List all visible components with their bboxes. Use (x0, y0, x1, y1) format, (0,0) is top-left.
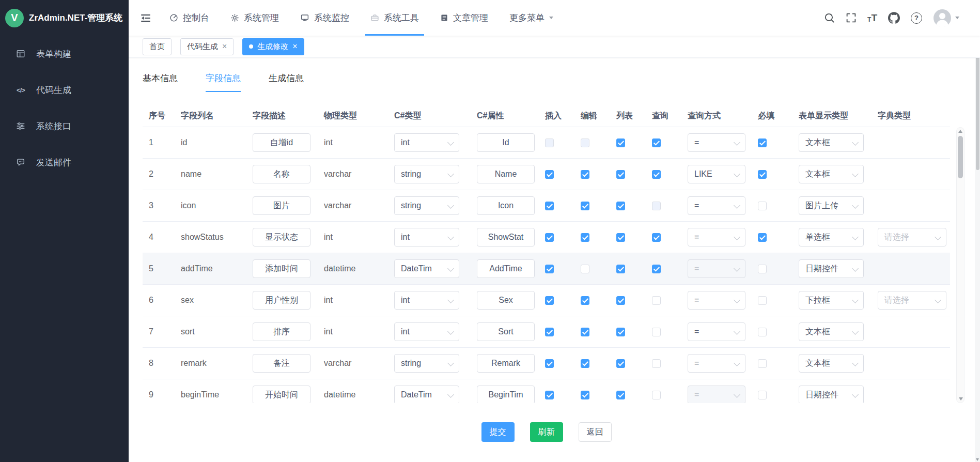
cs-property-input[interactable] (477, 133, 535, 152)
field-description-input[interactable] (253, 386, 310, 403)
list-checkbox[interactable] (616, 138, 625, 147)
tab-generation-info[interactable]: 生成信息 (269, 72, 304, 92)
required-checkbox[interactable] (758, 391, 767, 399)
tab-basic-info[interactable]: 基本信息 (143, 72, 178, 92)
nav-item-system-management[interactable]: 系统管理 (230, 0, 279, 36)
cs-type-select[interactable]: string (394, 165, 459, 183)
user-menu[interactable] (933, 9, 959, 27)
edit-checkbox[interactable] (581, 170, 589, 179)
display-type-select[interactable]: 单选框 (799, 228, 864, 247)
scroll-down-icon[interactable] (976, 458, 979, 461)
scroll-up-icon[interactable] (958, 130, 962, 133)
nav-item-dashboard[interactable]: 控制台 (169, 0, 209, 36)
list-checkbox[interactable] (616, 265, 625, 273)
display-type-select[interactable]: 文本框 (799, 165, 864, 183)
nav-item-system-tools[interactable]: 系统工具 (370, 0, 419, 36)
nav-item-more-menu[interactable]: 更多菜单 (509, 0, 553, 36)
query-checkbox[interactable] (652, 233, 661, 242)
cs-type-select[interactable]: string (394, 354, 459, 373)
cs-property-input[interactable] (477, 259, 535, 278)
cs-property-input[interactable] (477, 228, 535, 247)
query-checkbox[interactable] (652, 359, 661, 368)
nav-item-article-management[interactable]: 文章管理 (440, 0, 488, 36)
cs-property-input[interactable] (477, 354, 535, 373)
required-checkbox[interactable] (758, 233, 767, 242)
required-checkbox[interactable] (758, 265, 767, 273)
table-scrollbar[interactable] (956, 127, 965, 403)
cs-type-select[interactable]: int (394, 228, 459, 247)
insert-checkbox[interactable] (545, 359, 554, 368)
back-button[interactable]: 返回 (579, 422, 612, 442)
cs-type-select[interactable]: int (394, 322, 459, 341)
field-description-input[interactable] (253, 228, 310, 247)
query-checkbox[interactable] (652, 328, 661, 336)
required-checkbox[interactable] (758, 170, 767, 179)
field-description-input[interactable] (253, 354, 310, 373)
cs-property-input[interactable] (477, 322, 535, 341)
insert-checkbox[interactable] (545, 233, 554, 242)
display-type-select[interactable]: 文本框 (799, 322, 864, 341)
insert-checkbox[interactable] (545, 328, 554, 336)
insert-checkbox[interactable] (545, 202, 554, 210)
display-type-select[interactable]: 下拉框 (799, 291, 864, 310)
cs-property-input[interactable] (477, 386, 535, 403)
edit-checkbox[interactable] (581, 233, 589, 242)
collapse-sidebar-icon[interactable] (141, 13, 151, 23)
field-description-input[interactable] (253, 196, 310, 215)
display-type-select[interactable]: 日期控件 (799, 386, 864, 403)
edit-checkbox[interactable] (581, 202, 589, 210)
cs-type-select[interactable]: string (394, 196, 459, 215)
edit-checkbox[interactable] (581, 328, 589, 336)
tag-generate-edit[interactable]: 生成修改 × (242, 38, 304, 55)
insert-checkbox[interactable] (545, 391, 554, 399)
tab-field-info[interactable]: 字段信息 (206, 72, 241, 92)
github-icon[interactable] (888, 12, 900, 24)
query-type-select[interactable]: = (688, 196, 745, 215)
insert-checkbox[interactable] (545, 170, 554, 179)
edit-checkbox[interactable] (581, 296, 589, 305)
list-checkbox[interactable] (616, 391, 625, 399)
sidebar-item-code-generation[interactable]: </> 代码生成 (0, 72, 129, 108)
display-type-select[interactable]: 日期控件 (799, 259, 864, 278)
cs-type-select[interactable]: int (394, 291, 459, 310)
list-checkbox[interactable] (616, 359, 625, 368)
fullscreen-icon[interactable] (846, 12, 857, 23)
query-type-select[interactable]: LIKE (688, 165, 745, 183)
required-checkbox[interactable] (758, 359, 767, 368)
edit-checkbox[interactable] (581, 265, 589, 273)
page-scrollbar[interactable] (975, 36, 980, 462)
cs-type-select[interactable]: DateTim (394, 386, 459, 403)
list-checkbox[interactable] (616, 202, 625, 210)
display-type-select[interactable]: 文本框 (799, 354, 864, 373)
search-icon[interactable] (824, 12, 835, 23)
field-description-input[interactable] (253, 165, 310, 183)
field-description-input[interactable] (253, 259, 310, 278)
edit-checkbox[interactable] (581, 359, 589, 368)
sidebar-item-system-api[interactable]: 系统接口 (0, 108, 129, 144)
font-size-icon[interactable]: TT (867, 13, 877, 23)
cs-property-input[interactable] (477, 165, 535, 183)
list-checkbox[interactable] (616, 170, 625, 179)
query-checkbox[interactable] (652, 296, 661, 305)
refresh-button[interactable]: 刷新 (530, 422, 563, 442)
list-checkbox[interactable] (616, 296, 625, 305)
dict-type-select[interactable]: 请选择 (878, 228, 946, 247)
scroll-down-icon[interactable] (959, 397, 963, 401)
cs-type-select[interactable]: DateTim (394, 259, 459, 278)
nav-item-system-monitoring[interactable]: 系统监控 (300, 0, 349, 36)
submit-button[interactable]: 提交 (481, 422, 515, 442)
field-description-input[interactable] (253, 291, 310, 310)
query-type-select[interactable]: = (688, 228, 745, 247)
query-checkbox[interactable] (652, 170, 661, 179)
tag-code-generation[interactable]: 代码生成 × (180, 38, 234, 55)
cs-type-select[interactable]: int (394, 133, 459, 152)
query-type-select[interactable]: = (688, 291, 745, 310)
sidebar-item-send-mail[interactable]: 发送邮件 (0, 144, 129, 180)
edit-checkbox[interactable] (581, 391, 589, 399)
list-checkbox[interactable] (616, 233, 625, 242)
list-checkbox[interactable] (616, 328, 625, 336)
close-icon[interactable]: × (292, 42, 297, 51)
scrollbar-thumb[interactable] (958, 136, 963, 178)
required-checkbox[interactable] (758, 296, 767, 305)
query-type-select[interactable]: = (688, 133, 745, 152)
